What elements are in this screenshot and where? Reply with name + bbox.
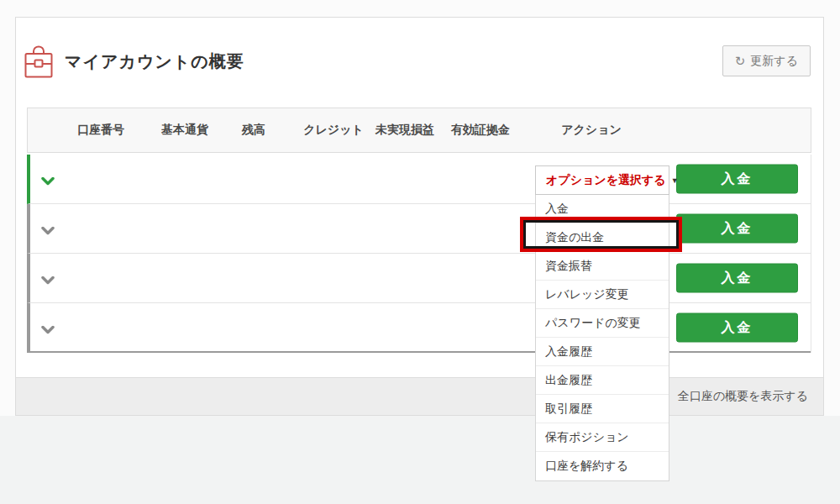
- menu-item-fund-transfer[interactable]: 資金振替: [536, 252, 669, 281]
- menu-item-change-password[interactable]: パスワードの変更: [536, 309, 669, 338]
- options-menu: 入金 資金の出金 資金振替 レバレッジ変更 パスワードの変更 入金履歴 出金履歴…: [535, 195, 669, 481]
- caret-down-icon: ▼: [671, 176, 679, 185]
- column-header-balance: 残高: [242, 123, 265, 138]
- column-header-credit: クレジット: [303, 123, 364, 138]
- chevron-down-icon[interactable]: [41, 274, 55, 283]
- options-select[interactable]: オプションを選択する ▼: [535, 165, 669, 195]
- menu-item-withdrawal-history[interactable]: 出金履歴: [536, 366, 669, 395]
- table-header-row: 口座番号 基本通貨 残高 クレジット 未実現損益 有効証拠金 アクション: [27, 108, 811, 153]
- all-accounts-link[interactable]: 全口座の概要を表示する: [678, 389, 808, 404]
- column-header-unrealized-pl: 未実現損益: [375, 123, 434, 138]
- menu-item-open-positions[interactable]: 保有ポジション: [536, 423, 669, 452]
- menu-item-withdraw-funds[interactable]: 資金の出金: [536, 223, 669, 252]
- refresh-button-label: 更新する: [750, 54, 798, 69]
- options-dropdown: オプションを選択する ▼ 入金 資金の出金 資金振替 レバレッジ変更 パスワード…: [535, 165, 669, 481]
- account-overview-card: マイアカウントの概要 ↻ 更新する 口座番号 基本通貨 残高 クレジット 未実現…: [15, 17, 824, 416]
- column-header-action: アクション: [561, 123, 622, 138]
- menu-item-change-leverage[interactable]: レバレッジ変更: [536, 281, 669, 309]
- table-row: 入金: [27, 155, 811, 204]
- column-header-base-currency: 基本通貨: [161, 123, 208, 138]
- menu-item-deposit-history[interactable]: 入金履歴: [536, 338, 669, 366]
- accounts-table: 口座番号 基本通貨 残高 クレジット 未実現損益 有効証拠金 アクション 入金 …: [27, 108, 811, 353]
- options-select-label: オプションを選択する: [546, 173, 666, 188]
- table-row: 入金: [27, 204, 811, 254]
- column-header-account-number: 口座番号: [77, 123, 124, 138]
- chevron-down-icon[interactable]: [41, 175, 55, 184]
- card-header: マイアカウントの概要: [24, 43, 244, 80]
- deposit-button[interactable]: 入金: [676, 165, 798, 194]
- chevron-down-icon[interactable]: [41, 323, 55, 332]
- deposit-button[interactable]: 入金: [676, 312, 798, 342]
- menu-item-transaction-history[interactable]: 取引履歴: [536, 395, 669, 423]
- deposit-button[interactable]: 入金: [676, 264, 798, 293]
- menu-item-deposit[interactable]: 入金: [536, 195, 669, 223]
- table-body: 入金 入金 入金 入金: [27, 155, 811, 353]
- briefcase-icon: [24, 45, 53, 78]
- deposit-button[interactable]: 入金: [676, 214, 798, 244]
- page-title: マイアカウントの概要: [65, 50, 244, 73]
- card-footer: 全口座の概要を表示する: [16, 377, 823, 415]
- table-row: 入金: [27, 303, 811, 353]
- refresh-button[interactable]: ↻ 更新する: [722, 45, 811, 76]
- column-header-equity: 有効証拠金: [451, 123, 510, 138]
- chevron-down-icon[interactable]: [41, 224, 55, 234]
- refresh-icon: ↻: [735, 54, 746, 69]
- menu-item-close-account[interactable]: 口座を解約する: [536, 452, 669, 480]
- table-row: 入金: [27, 254, 811, 303]
